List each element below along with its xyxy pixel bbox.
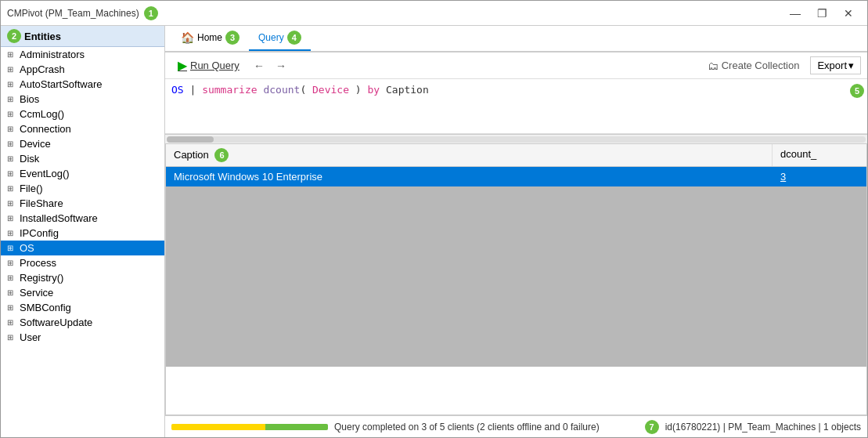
sidebar-item-label: CcmLog() (20, 108, 64, 120)
sidebar-item-process[interactable]: ⊞Process (1, 255, 164, 270)
sidebar-item-softwareupdate[interactable]: ⊞SoftwareUpdate (1, 315, 164, 330)
expand-icon: ⊞ (7, 244, 16, 252)
horizontal-scrollbar[interactable] (165, 134, 867, 143)
query-kw-os: OS (171, 84, 184, 96)
expand-icon: ⊞ (7, 50, 16, 59)
sidebar-item-ipconfig[interactable]: ⊞IPConfig (1, 226, 164, 241)
expand-icon: ⊞ (7, 214, 16, 223)
query-kw-summarize: summarize (202, 84, 257, 96)
run-query-button[interactable]: ▶ Run Query (171, 56, 246, 75)
table-row[interactable]: Microsoft Windows 10 Enterprise 3 (166, 167, 866, 186)
badge-6: 6 (214, 148, 229, 162)
expand-icon: ⊞ (7, 184, 16, 193)
sidebar-item-label: Process (20, 257, 56, 269)
forward-button[interactable]: → (272, 58, 290, 74)
sidebar-item-user[interactable]: ⊞User (1, 330, 164, 345)
sidebar-item-label: Bios (20, 93, 39, 105)
expand-icon: ⊞ (7, 318, 16, 327)
sidebar-item-service[interactable]: ⊞Service (1, 285, 164, 300)
run-query-label: Run Query (190, 60, 240, 71)
empty-results-area (166, 186, 866, 367)
status-right-text: id(16780221) | PM_Team_Machines | 1 obje… (665, 422, 861, 433)
query-kw-by: by (368, 84, 380, 96)
query-editor[interactable]: OS | summarize dcount( Device ) by Capti… (165, 79, 867, 134)
sidebar-item-label: Service (20, 287, 53, 299)
col-caption: Caption 6 (166, 144, 773, 166)
toolbar: ▶ Run Query ← → 🗂 Create Collection Expo… (165, 52, 867, 79)
collection-icon: 🗂 (708, 60, 719, 72)
sidebar-item-file[interactable]: ⊞File() (1, 181, 164, 196)
sidebar-header-label: Entities (24, 31, 61, 42)
sidebar-list: ⊞Administrators ⊞AppCrash ⊞AutoStartSoft… (1, 47, 164, 437)
sidebar-item-fileshare[interactable]: ⊞FileShare (1, 196, 164, 211)
scrollbar-thumb (167, 136, 214, 143)
content-area: 2 Entities ⊞Administrators ⊞AppCrash ⊞Au… (1, 26, 867, 437)
sidebar-item-device[interactable]: ⊞Device (1, 136, 164, 151)
tab-home-label: Home (197, 32, 222, 43)
window-title: CMPivot (PM_Team_Machines) (7, 8, 139, 19)
badge-2: 2 (7, 29, 21, 43)
tab-query[interactable]: Query 4 (249, 26, 311, 51)
expand-icon: ⊞ (7, 303, 16, 312)
back-button[interactable]: ← (250, 58, 268, 74)
sidebar-item-label: OS (20, 242, 34, 254)
expand-icon: ⊞ (7, 65, 16, 74)
sidebar-item-autostartsoftware[interactable]: ⊞AutoStartSoftware (1, 77, 164, 92)
expand-icon: ⊞ (7, 125, 16, 133)
badge-7: 7 (645, 420, 659, 434)
badge-5: 5 (850, 84, 864, 98)
export-label: Export (817, 60, 847, 71)
progress-bar (171, 424, 328, 430)
sidebar-item-label: SoftwareUpdate (20, 317, 92, 328)
main-panel: 🏠 Home 3 Query 4 ▶ Run Query ← → (165, 26, 867, 437)
expand-icon: ⊞ (7, 199, 16, 208)
badge-1: 1 (144, 6, 158, 20)
badge-4: 4 (287, 31, 301, 45)
table-header: Caption 6 dcount_ (166, 144, 866, 167)
sidebar-item-label: Registry() (20, 272, 63, 284)
badge-3: 3 (225, 31, 240, 45)
ribbon-tabs: 🏠 Home 3 Query 4 (165, 26, 867, 52)
sidebar-item-bios[interactable]: ⊞Bios (1, 92, 164, 107)
close-button[interactable]: ✕ (836, 5, 861, 22)
sidebar: 2 Entities ⊞Administrators ⊞AppCrash ⊞Au… (1, 26, 165, 437)
progress-fill-yellow (171, 424, 265, 430)
sidebar-item-label: InstalledSoftware (20, 212, 98, 224)
tab-home[interactable]: 🏠 Home 3 (171, 26, 249, 51)
expand-icon: ⊞ (7, 259, 16, 267)
app-window: CMPivot (PM_Team_Machines) 1 — ❐ ✕ 2 Ent… (0, 0, 868, 438)
scrollbar-track (167, 136, 866, 143)
col-dcount: dcount_ (773, 144, 866, 166)
sidebar-item-label: File() (20, 183, 43, 194)
title-bar-left: CMPivot (PM_Team_Machines) 1 (7, 6, 158, 20)
sidebar-item-registry[interactable]: ⊞Registry() (1, 270, 164, 285)
sidebar-item-connection[interactable]: ⊞Connection (1, 121, 164, 136)
minimize-button[interactable]: — (783, 5, 808, 22)
sidebar-item-smbconfig[interactable]: ⊞SMBConfig (1, 300, 164, 315)
sidebar-item-label: AutoStartSoftware (20, 78, 103, 90)
sidebar-item-disk[interactable]: ⊞Disk (1, 151, 164, 166)
sidebar-item-installedsoftware[interactable]: ⊞InstalledSoftware (1, 211, 164, 226)
export-button[interactable]: Export ▾ (810, 56, 861, 74)
expand-icon: ⊞ (7, 80, 16, 89)
tab-query-label: Query (258, 32, 284, 43)
sidebar-item-eventlog[interactable]: ⊞EventLog() (1, 166, 164, 181)
sidebar-item-label: Disk (20, 153, 39, 165)
sidebar-item-ccmlog[interactable]: ⊞CcmLog() (1, 107, 164, 121)
run-icon: ▶ (178, 58, 187, 73)
sidebar-item-label: SMBConfig (20, 302, 71, 313)
cell-dcount[interactable]: 3 (773, 167, 866, 186)
restore-button[interactable]: ❐ (809, 5, 834, 22)
results-table: Caption 6 dcount_ Microsoft Windows 10 E… (165, 143, 867, 415)
sidebar-item-administrators[interactable]: ⊞Administrators (1, 47, 164, 62)
sidebar-item-label: Administrators (20, 49, 85, 60)
sidebar-item-label: AppCrash (20, 63, 65, 75)
title-bar-controls: — ❐ ✕ (783, 5, 861, 22)
expand-icon: ⊞ (7, 95, 16, 103)
create-collection-button[interactable]: 🗂 Create Collection (701, 57, 806, 74)
sidebar-item-label: FileShare (20, 197, 63, 209)
sidebar-item-os[interactable]: ⊞OS (1, 241, 164, 255)
sidebar-item-appcrash[interactable]: ⊞AppCrash (1, 62, 164, 77)
create-collection-label: Create Collection (722, 60, 800, 71)
sidebar-item-label: IPConfig (20, 227, 59, 239)
